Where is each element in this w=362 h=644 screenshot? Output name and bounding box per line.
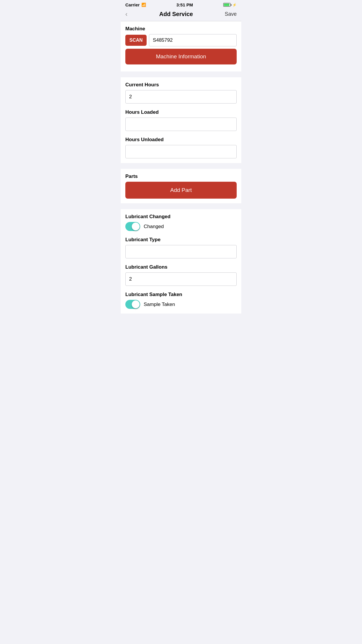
gap-2 <box>121 163 241 169</box>
lubricant-type-label: Lubricant Type <box>125 237 237 243</box>
status-left: Carrier 📶 <box>125 2 146 7</box>
machine-input[interactable] <box>149 34 237 46</box>
machine-section: Machine SCAN Machine Information <box>121 21 241 71</box>
lubricant-gallons-input[interactable] <box>125 272 237 286</box>
lubricant-gallons-label: Lubricant Gallons <box>125 264 237 270</box>
page-container: Carrier 📶 3:51 PM ⚡ ‹ Add Service Save M… <box>121 0 241 319</box>
machine-info-button[interactable]: Machine Information <box>125 49 237 64</box>
current-hours-input[interactable] <box>125 90 237 104</box>
lubricant-changed-toggle[interactable] <box>125 222 140 231</box>
battery-icon <box>223 3 231 7</box>
gap-3 <box>121 203 241 209</box>
toggle-slider-2 <box>125 300 140 309</box>
nav-bar: ‹ Add Service Save <box>121 8 241 21</box>
lubricant-section: Lubricant Changed Changed Lubricant Type… <box>121 209 241 314</box>
lubricant-sample-label: Lubricant Sample Taken <box>125 292 237 298</box>
lubricant-sample-toggle-row: Sample Taken <box>125 300 237 309</box>
toggle-slider <box>125 222 140 231</box>
scan-button[interactable]: SCAN <box>125 35 147 46</box>
lubricant-changed-label: Lubricant Changed <box>125 214 237 220</box>
charging-icon: ⚡ <box>232 3 237 7</box>
carrier-label: Carrier <box>125 2 140 7</box>
machine-row: SCAN <box>125 34 237 46</box>
parts-section: Parts Add Part <box>121 169 241 203</box>
wifi-icon: 📶 <box>141 3 146 7</box>
parts-label: Parts <box>125 174 237 179</box>
lubricant-sample-toggle[interactable] <box>125 300 140 309</box>
hours-unloaded-input[interactable] <box>125 145 237 158</box>
hours-section: Current Hours Hours Loaded Hours Unloade… <box>121 77 241 163</box>
back-button[interactable]: ‹ <box>125 11 127 18</box>
hours-loaded-input[interactable] <box>125 118 237 131</box>
battery-fill <box>224 4 229 6</box>
lubricant-type-input[interactable] <box>125 245 237 258</box>
lubricant-changed-toggle-label: Changed <box>144 224 164 230</box>
lubricant-sample-toggle-label: Sample Taken <box>144 302 175 307</box>
time-label: 3:51 PM <box>176 2 193 7</box>
status-right: ⚡ <box>223 3 237 7</box>
gap-bottom <box>121 314 241 319</box>
save-button[interactable]: Save <box>225 11 237 17</box>
hours-unloaded-label: Hours Unloaded <box>125 137 237 143</box>
hours-loaded-label: Hours Loaded <box>125 109 237 115</box>
status-bar: Carrier 📶 3:51 PM ⚡ <box>121 0 241 8</box>
page-title: Add Service <box>159 11 193 18</box>
gap-1 <box>121 71 241 77</box>
machine-label: Machine <box>125 26 237 32</box>
add-part-button[interactable]: Add Part <box>125 182 237 199</box>
current-hours-label: Current Hours <box>125 82 237 88</box>
lubricant-changed-toggle-row: Changed <box>125 222 237 231</box>
